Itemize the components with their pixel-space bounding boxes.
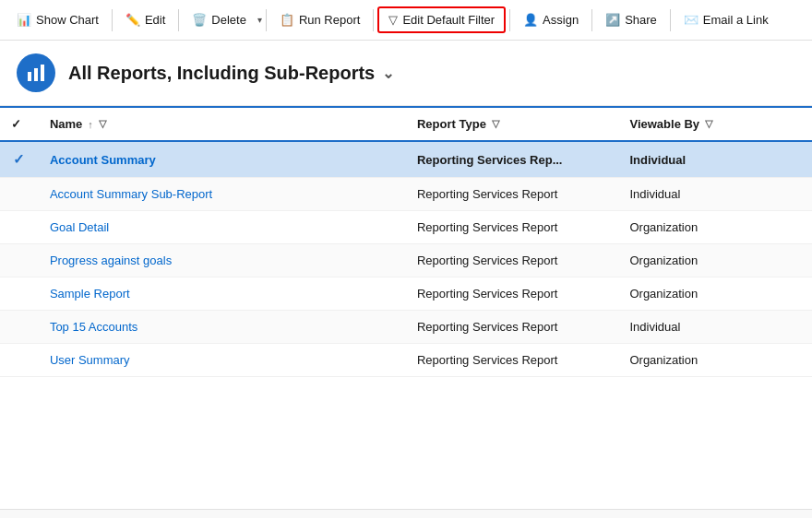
run-report-icon: 📋: [280, 13, 294, 27]
assign-button[interactable]: 👤 Assign: [514, 8, 588, 31]
row-viewable-by-cell: Organization: [618, 211, 812, 244]
row-viewable-by-cell: Organization: [618, 344, 812, 377]
row-viewable-by-cell: Organization: [618, 277, 812, 311]
row-report-type-cell: Reporting Services Report: [406, 311, 618, 344]
page-header: All Reports, Including Sub-Reports ⌄: [0, 41, 812, 106]
row-viewable-by-cell: Individual: [618, 178, 812, 211]
row-name-cell[interactable]: User Summary: [39, 344, 406, 377]
table-row[interactable]: Top 15 AccountsReporting Services Report…: [0, 311, 812, 344]
report-type-filter-icon[interactable]: ▽: [492, 118, 499, 130]
reports-table: ✓ Name ↑ ▽ Report Type ▽: [0, 106, 812, 377]
row-report-type-cell: Reporting Services Rep...: [406, 141, 618, 178]
viewable-by-filter-icon[interactable]: ▽: [705, 118, 712, 130]
row-name-cell[interactable]: Goal Detail: [39, 211, 406, 244]
table-row[interactable]: Sample ReportReporting Services ReportOr…: [0, 277, 812, 311]
row-check-cell[interactable]: [0, 311, 39, 344]
check-header-label: ✓: [11, 117, 21, 131]
divider-2: [178, 9, 179, 31]
divider-3: [266, 9, 267, 31]
report-type-header-label: Report Type: [417, 117, 486, 131]
row-check-cell[interactable]: [0, 244, 39, 277]
row-viewable-by-cell: Organization: [618, 244, 812, 277]
header-icon: [17, 53, 55, 92]
viewable-by-header-label: Viewable By: [629, 117, 699, 131]
col-viewable-by: Viewable By ▽: [618, 107, 812, 141]
filter-btn-icon: ▽: [388, 13, 398, 27]
divider-7: [670, 9, 671, 31]
divider-1: [112, 9, 113, 31]
divider-6: [591, 9, 592, 31]
delete-button[interactable]: 🗑️ Delete: [183, 8, 256, 31]
edit-icon: ✏️: [125, 13, 140, 27]
check-mark: ✓: [13, 151, 25, 167]
name-header-label: Name: [50, 117, 82, 131]
row-name-cell[interactable]: Sample Report: [39, 277, 406, 311]
row-check-cell[interactable]: [0, 344, 39, 377]
table-header-row: ✓ Name ↑ ▽ Report Type ▽: [0, 107, 812, 141]
row-report-type-cell: Reporting Services Report: [406, 344, 618, 377]
row-report-type-cell: Reporting Services Report: [406, 277, 618, 311]
table-row[interactable]: Progress against goalsReporting Services…: [0, 244, 812, 277]
delete-dropdown-arrow[interactable]: ▾: [257, 15, 262, 25]
share-button[interactable]: ↗️ Share: [596, 8, 666, 31]
toolbar: 📊 Show Chart ✏️ Edit 🗑️ Delete ▾ 📋 Run R…: [0, 0, 812, 41]
svg-rect-1: [34, 68, 38, 81]
row-name-cell[interactable]: Account Summary Sub-Report: [39, 178, 406, 211]
row-name-cell[interactable]: Account Summary: [39, 141, 406, 178]
col-check: ✓: [0, 107, 39, 141]
table-row[interactable]: ✓Account SummaryReporting Services Rep..…: [0, 141, 812, 178]
run-report-button[interactable]: 📋 Run Report: [270, 8, 369, 31]
table-row[interactable]: User SummaryReporting Services ReportOrg…: [0, 344, 812, 377]
col-name: Name ↑ ▽: [39, 107, 406, 141]
row-viewable-by-cell: Individual: [618, 141, 812, 178]
page-title: All Reports, Including Sub-Reports ⌄: [68, 63, 394, 84]
edit-button[interactable]: ✏️ Edit: [116, 8, 174, 31]
chart-icon: 📊: [17, 13, 31, 27]
svg-rect-0: [28, 72, 31, 81]
divider-5: [509, 9, 510, 31]
row-report-type-cell: Reporting Services Report: [406, 178, 618, 211]
table-body: ✓Account SummaryReporting Services Rep..…: [0, 141, 812, 377]
table-footer: [0, 509, 812, 518]
table-row[interactable]: Account Summary Sub-ReportReporting Serv…: [0, 178, 812, 211]
divider-4: [373, 9, 374, 31]
row-report-type-cell: Reporting Services Report: [406, 211, 618, 244]
name-sort-icon[interactable]: ↑: [88, 119, 93, 130]
share-icon: ↗️: [605, 13, 620, 27]
row-check-cell[interactable]: ✓: [0, 141, 39, 178]
row-name-cell[interactable]: Top 15 Accounts: [39, 311, 406, 344]
name-filter-icon[interactable]: ▽: [99, 118, 106, 130]
row-name-cell[interactable]: Progress against goals: [39, 244, 406, 277]
table-row[interactable]: Goal DetailReporting Services ReportOrga…: [0, 211, 812, 244]
svg-rect-2: [41, 65, 44, 81]
row-report-type-cell: Reporting Services Report: [406, 244, 618, 277]
show-chart-button[interactable]: 📊 Show Chart: [7, 8, 108, 31]
edit-default-filter-button[interactable]: ▽ Edit Default Filter: [377, 6, 506, 33]
reports-table-container: ✓ Name ↑ ▽ Report Type ▽: [0, 106, 812, 509]
title-dropdown-chevron[interactable]: ⌄: [382, 65, 394, 82]
row-check-cell[interactable]: [0, 277, 39, 311]
email-link-button[interactable]: ✉️ Email a Link: [675, 8, 778, 31]
delete-icon: 🗑️: [192, 13, 207, 27]
row-check-cell[interactable]: [0, 178, 39, 211]
assign-icon: 👤: [523, 13, 538, 27]
row-check-cell[interactable]: [0, 211, 39, 244]
col-report-type: Report Type ▽: [406, 107, 618, 141]
row-viewable-by-cell: Individual: [618, 311, 812, 344]
email-icon: ✉️: [684, 13, 699, 27]
